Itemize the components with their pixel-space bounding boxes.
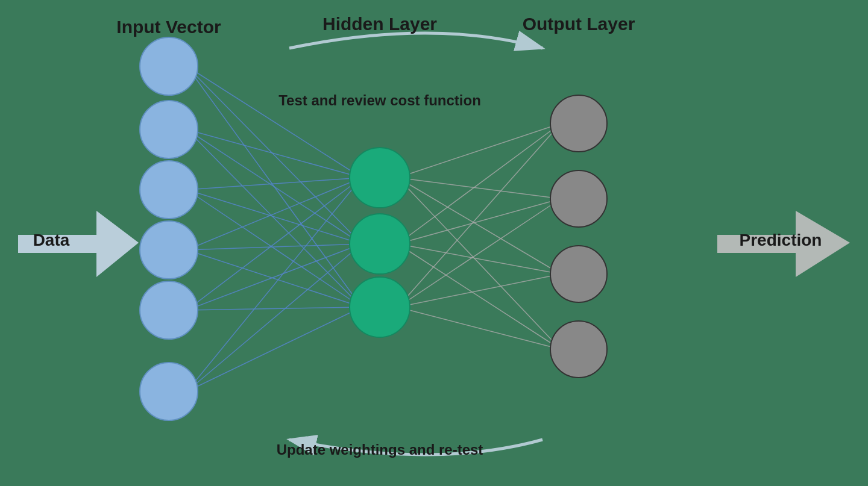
svg-point-41 — [550, 170, 607, 227]
svg-point-31 — [140, 37, 198, 95]
svg-point-39 — [350, 277, 410, 337]
neural-network-diagram: Data Prediction Input Vector Hidden Laye… — [0, 0, 868, 486]
svg-point-43 — [550, 321, 607, 378]
test-review-label: Test and review cost function — [278, 92, 481, 108]
svg-point-40 — [550, 95, 607, 152]
svg-point-35 — [140, 281, 198, 339]
input-vector-label: Input Vector — [116, 17, 221, 37]
hidden-layer-label: Hidden Layer — [322, 14, 437, 34]
prediction-label: Prediction — [740, 231, 822, 249]
svg-point-34 — [140, 221, 198, 279]
svg-point-42 — [550, 246, 607, 302]
data-label: Data — [33, 231, 70, 249]
svg-point-33 — [140, 161, 198, 219]
output-layer-label: Output Layer — [523, 14, 635, 34]
svg-point-36 — [140, 363, 198, 420]
svg-point-38 — [350, 214, 410, 274]
update-weightings-label: Update weightings and re-test — [277, 441, 483, 458]
svg-point-32 — [140, 101, 198, 158]
svg-point-37 — [350, 148, 410, 208]
